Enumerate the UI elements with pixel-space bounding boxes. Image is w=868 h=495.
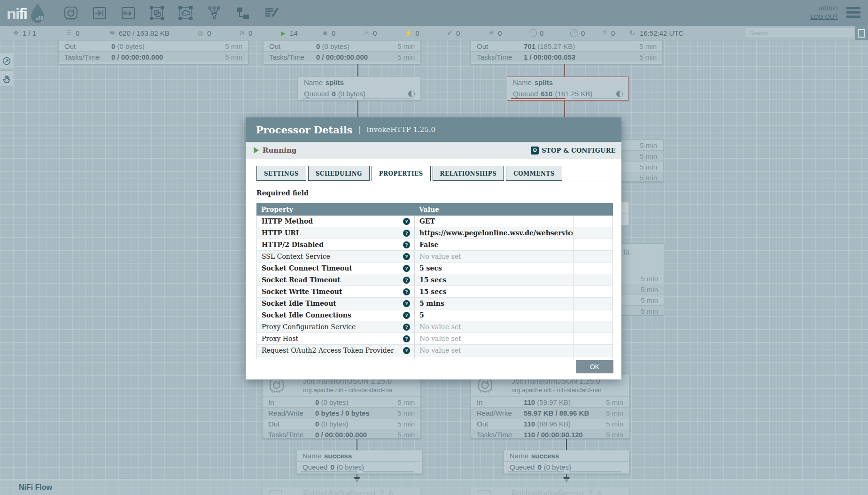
dialog-status-row: Running STOP & CONFIGURE — [246, 142, 621, 159]
logout-link[interactable]: LOG OUT — [810, 13, 838, 20]
tab-comments[interactable]: COMMENTS — [506, 166, 562, 181]
operate-palette-button[interactable] — [0, 70, 13, 87]
queue-fill-bar — [302, 98, 357, 99]
invalid-icon: ⚠ — [363, 26, 370, 40]
stat-period: 5 min — [397, 409, 420, 417]
tab-scheduling[interactable]: SCHEDULING — [308, 166, 370, 181]
help-icon[interactable]: ? — [403, 265, 410, 272]
stat-period: 5 min — [606, 431, 629, 439]
queued-count: 0 — [332, 90, 335, 98]
connection-label-success[interactable]: NamesuccessQueued0(0 bytes) — [504, 450, 629, 474]
property-value: No value set — [415, 321, 574, 333]
output-port-icon[interactable] — [120, 5, 136, 21]
connection-label-success[interactable]: NamesuccessQueued0(0 bytes) — [296, 450, 422, 474]
connection-label-splits[interactable]: NamesplitsQueued0(0 bytes) — [298, 77, 421, 101]
queue-fill-bar — [363, 471, 414, 472]
property-name-cell: Request Username? — [257, 356, 415, 359]
status-count-locally-modified-stale: 0 — [581, 29, 585, 37]
processor-box-fragment[interactable]: Out701 (185.27 KB)5 minTasks/Time1 / 00:… — [471, 40, 663, 64]
global-menu-icon[interactable] — [846, 7, 860, 20]
input-port-icon[interactable] — [92, 5, 108, 21]
status-item-locally-modified-stale: !0 — [570, 26, 585, 40]
help-icon[interactable]: ? — [403, 253, 410, 260]
breadcrumb[interactable]: NiFi Flow — [19, 480, 52, 495]
property-value: 5 secs — [415, 263, 574, 274]
help-icon[interactable]: ? — [403, 288, 410, 295]
funnel-icon[interactable] — [206, 5, 222, 21]
help-icon[interactable]: ? — [403, 230, 410, 237]
help-icon[interactable]: ? — [403, 359, 410, 360]
ok-button[interactable]: OK — [576, 360, 613, 373]
breadcrumb-bar: NiFi Flow — [0, 479, 868, 495]
help-icon[interactable]: ? — [403, 347, 410, 354]
property-name-cell: Socket Idle Connections? — [257, 309, 415, 321]
dialog-tabs: SETTINGSSCHEDULINGPROPERTIESRELATIONSHIP… — [256, 165, 613, 181]
status-count-stopped: 0 — [332, 29, 335, 37]
processor-jolttransformjson[interactable]: JoltTransformJSON 1.25.0 org.apache.nifi… — [262, 373, 421, 439]
stat-value: 0 (0 bytes) — [111, 42, 145, 50]
remote-process-group-icon[interactable] — [178, 5, 194, 21]
stat-period: 5 min — [225, 42, 248, 50]
help-icon[interactable]: ? — [403, 218, 410, 225]
stat-period: 5 min — [606, 420, 629, 428]
connection-name-row: Namesplits — [507, 77, 628, 88]
processor-box-fragment[interactable]: Out0 (0 bytes)5 minTasks/Time0 / 00:00:0… — [263, 40, 421, 64]
tab-relationships[interactable]: RELATIONSHIPS — [433, 166, 504, 181]
processor-icon[interactable] — [63, 5, 79, 21]
property-row: Socket Write Timeout?15 secs — [257, 286, 612, 298]
property-row: Request OAuth2 Access Token Provider?No … — [257, 345, 612, 356]
processor-box-fragment[interactable]: Out0 (0 bytes)5 minTasks/Time0 / 00:00:0… — [58, 40, 248, 64]
running-icon: ▶ — [279, 26, 287, 40]
properties-table-body[interactable]: HTTP Method?GETHTTP URL?https://www.pege… — [256, 216, 613, 359]
processor-details-dialog: Processor Details | InvokeHTTP 1.25.0 Ru… — [246, 117, 621, 379]
help-icon[interactable]: ? — [403, 300, 410, 307]
help-icon[interactable]: ? — [403, 277, 410, 284]
tab-properties[interactable]: PROPERTIES — [372, 166, 431, 181]
process-group-icon[interactable] — [149, 5, 165, 21]
dialog-title: Processor Details — [256, 124, 353, 136]
help-icon[interactable]: ? — [403, 324, 410, 331]
run-status-label: Running — [263, 146, 296, 155]
property-empty-cell — [574, 239, 613, 250]
queued-label: Queued — [510, 463, 535, 471]
stat-period: 5 min — [606, 409, 629, 417]
status-count-transmitting: 0 — [207, 29, 211, 37]
template-icon[interactable] — [235, 5, 251, 21]
status-item-stopped: ■0 — [321, 26, 335, 40]
label-icon[interactable] — [264, 5, 279, 21]
search-input[interactable] — [745, 28, 855, 38]
status-item-cluster: ❖1 / 1 — [12, 26, 36, 40]
connection-name: splits — [535, 78, 553, 86]
stat-row: Tasks/Time0 / 00:00:00.0005 min — [264, 51, 420, 62]
help-icon[interactable]: ? — [403, 312, 410, 319]
component-toolbar — [63, 5, 279, 21]
stat-row: In0 (0 bytes)5 min — [263, 396, 420, 407]
status-count-queued: 620 / 163.82 KB — [119, 29, 170, 37]
stat-row: Tasks/Time110 / 00:00:00.1205 min — [471, 429, 629, 440]
property-empty-cell — [574, 309, 613, 321]
property-name: Socket Write Timeout — [262, 288, 342, 295]
property-empty-cell — [574, 356, 613, 359]
stat-value: 0 / 00:00:00.000 — [316, 53, 368, 61]
stat-label: Read/Write — [263, 409, 315, 417]
navigate-palette-button[interactable] — [0, 53, 13, 69]
tab-settings[interactable]: SETTINGS — [256, 166, 306, 181]
search-settings-button[interactable] — [855, 26, 868, 40]
stop-and-configure-button[interactable]: STOP & CONFIGURE — [531, 147, 616, 155]
processor-jolttransformjson[interactable]: JoltTransformJSON 1.25.0 org.apache.nifi… — [471, 373, 629, 439]
refresh-icon[interactable] — [628, 26, 636, 40]
help-icon[interactable]: ? — [403, 335, 410, 342]
connection-name-label: Name — [513, 78, 532, 86]
app-header: nifi — [0, 0, 868, 26]
refresh-status[interactable]: 16:52:42 UTC — [628, 26, 683, 40]
help-icon[interactable]: ? — [403, 241, 410, 248]
stat-row: Tasks/Time0 / 00:00:00.0005 min — [263, 429, 420, 440]
nifi-logo[interactable]: nifi — [7, 2, 48, 25]
status-count-not-transmitting: 0 — [248, 29, 252, 37]
stat-row: Out701 (185.27 KB)5 min — [471, 40, 662, 51]
connection-label-splits-backpressure[interactable]: NamesplitsQueued610(161.25 KB) — [507, 77, 629, 101]
property-empty-cell — [574, 216, 613, 227]
stat-row: Out0 (0 bytes)5 min — [263, 418, 420, 429]
property-empty-cell — [574, 298, 613, 309]
property-empty-cell — [574, 321, 613, 333]
